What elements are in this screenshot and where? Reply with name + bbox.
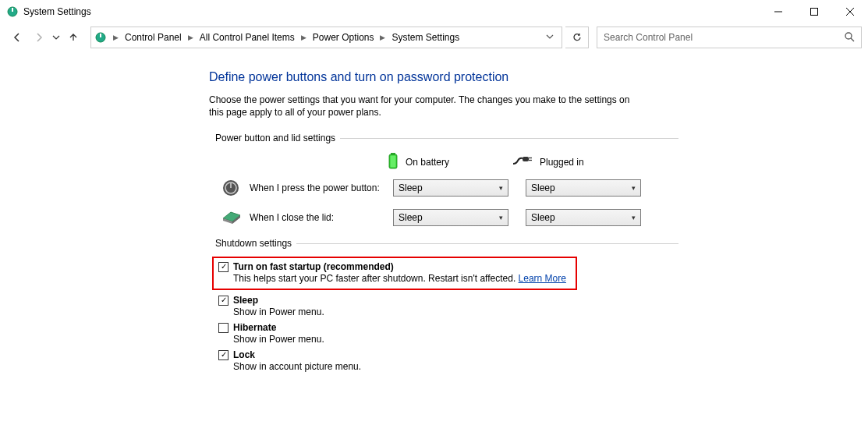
search-input[interactable] — [604, 32, 844, 43]
address-bar[interactable]: ▶ Control Panel ▶ All Control Panel Item… — [90, 27, 562, 48]
chevron-down-icon: ▾ — [632, 214, 636, 221]
forward-button[interactable] — [28, 27, 50, 48]
section-header-power-button: Power button and lid settings — [215, 133, 678, 143]
titlebar: System Settings — [0, 0, 868, 23]
power-options-icon — [94, 31, 107, 44]
window-title: System Settings — [23, 6, 91, 17]
checkbox-description: Show in Power menu. — [233, 306, 678, 317]
svg-rect-12 — [391, 156, 396, 168]
svg-rect-1 — [12, 8, 13, 12]
power-button-battery-select[interactable]: Sleep ▾ — [393, 179, 508, 197]
shutdown-item-sleep: Sleep Show in Power menu. — [218, 295, 678, 317]
power-button-icon — [218, 179, 243, 197]
svg-rect-7 — [100, 34, 101, 37]
power-options-icon — [6, 5, 19, 18]
shutdown-item-lock: Lock Show in account picture menu. — [218, 349, 678, 372]
svg-rect-3 — [811, 9, 818, 16]
breadcrumb-item[interactable]: All Control Panel Items — [197, 28, 298, 47]
search-box[interactable] — [597, 27, 862, 48]
svg-point-8 — [845, 33, 852, 39]
power-button-row: When I press the power button: Sleep ▾ S… — [218, 179, 678, 197]
chevron-down-icon: ▾ — [632, 184, 636, 192]
column-label-battery: On battery — [406, 157, 449, 168]
battery-icon — [387, 151, 399, 172]
hibernate-checkbox[interactable] — [218, 323, 229, 333]
close-button[interactable] — [832, 0, 868, 23]
plug-icon — [512, 154, 533, 169]
recent-locations-dropdown[interactable] — [50, 27, 62, 48]
breadcrumb-item[interactable]: Power Options — [310, 28, 377, 47]
navigation-bar: ▶ Control Panel ▶ All Control Panel Item… — [0, 23, 868, 51]
section-header-shutdown: Shutdown settings — [215, 238, 678, 249]
address-dropdown[interactable] — [541, 33, 558, 42]
fast-startup-checkbox[interactable] — [218, 262, 229, 272]
checkbox-label: Lock — [233, 349, 255, 360]
power-columns-header: On battery Plugged in — [387, 151, 678, 172]
chevron-down-icon: ▾ — [499, 184, 503, 192]
breadcrumb-item[interactable]: Control Panel — [122, 28, 185, 47]
minimize-button[interactable] — [760, 0, 796, 23]
content-pane: Define power buttons and turn on passwor… — [0, 51, 678, 372]
laptop-lid-icon — [218, 208, 243, 227]
shutdown-item-fast-startup: Turn on fast startup (recommended) This … — [212, 257, 577, 290]
checkbox-description: Show in Power menu. — [233, 334, 678, 345]
checkbox-description: This helps start your PC faster after sh… — [233, 273, 571, 284]
svg-line-9 — [851, 38, 854, 41]
checkbox-label: Hibernate — [233, 322, 276, 333]
chevron-right-icon[interactable]: ▶ — [378, 34, 387, 41]
checkbox-label: Turn on fast startup (recommended) — [233, 261, 394, 272]
row-label: When I press the power button: — [250, 182, 387, 193]
chevron-right-icon[interactable]: ▶ — [186, 34, 195, 41]
search-icon[interactable] — [844, 31, 855, 44]
sleep-checkbox[interactable] — [218, 296, 229, 306]
checkbox-description: Show in account picture menu. — [233, 361, 678, 372]
chevron-right-icon[interactable]: ▶ — [299, 34, 308, 41]
column-label-plugged: Plugged in — [540, 157, 584, 168]
row-label: When I close the lid: — [250, 212, 387, 223]
breadcrumb-item[interactable]: System Settings — [388, 28, 462, 47]
refresh-button[interactable] — [565, 27, 589, 48]
shutdown-settings-list: Turn on fast startup (recommended) This … — [218, 257, 678, 372]
close-lid-plugged-select[interactable]: Sleep ▾ — [526, 209, 641, 226]
page-title: Define power buttons and turn on passwor… — [209, 70, 678, 84]
svg-rect-13 — [523, 157, 529, 161]
close-lid-battery-select[interactable]: Sleep ▾ — [393, 209, 508, 226]
back-button[interactable] — [6, 27, 28, 48]
page-description: Choose the power settings that you want … — [209, 94, 646, 119]
power-button-plugged-select[interactable]: Sleep ▾ — [526, 179, 641, 197]
close-lid-row: When I close the lid: Sleep ▾ Sleep ▾ — [218, 208, 678, 227]
checkbox-label: Sleep — [233, 295, 258, 306]
shutdown-item-hibernate: Hibernate Show in Power menu. — [218, 322, 678, 345]
chevron-down-icon: ▾ — [499, 214, 503, 221]
up-button[interactable] — [62, 27, 84, 48]
learn-more-link[interactable]: Learn More — [519, 273, 566, 284]
maximize-button[interactable] — [796, 0, 832, 23]
chevron-right-icon[interactable]: ▶ — [112, 34, 120, 41]
lock-checkbox[interactable] — [218, 350, 229, 360]
